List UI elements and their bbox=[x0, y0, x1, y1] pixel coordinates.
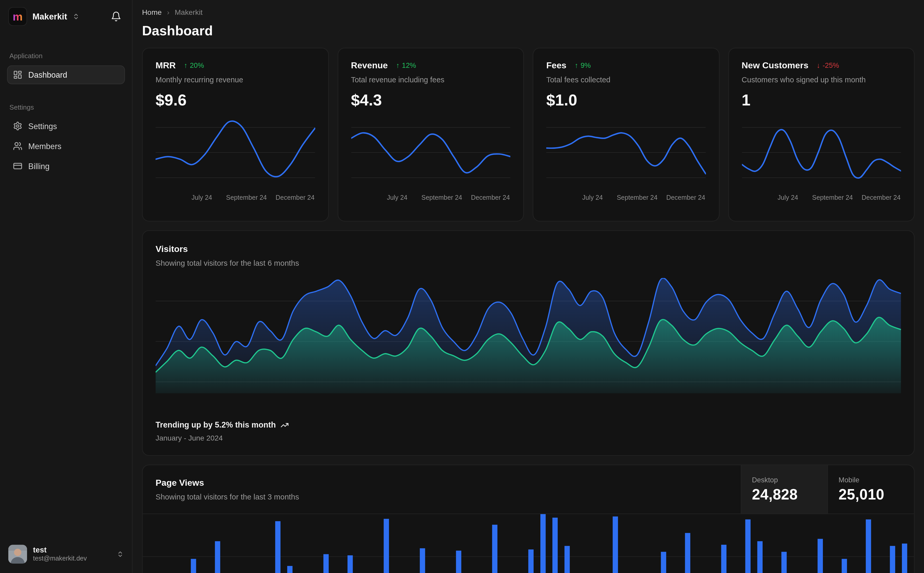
page-views-header: Page Views Showing total visitors for th… bbox=[143, 465, 914, 514]
users-icon bbox=[13, 141, 22, 151]
stat-description: Customers who signed up this month bbox=[742, 75, 901, 84]
main-content: Home › Makerkit Dashboard MRR ↑20% Month… bbox=[133, 0, 924, 573]
desktop-toggle[interactable]: Desktop 24,828 bbox=[741, 465, 827, 514]
sidebar: m Makerkit Application Dashboard Setting… bbox=[0, 0, 133, 573]
arrow-up-icon: ↑ bbox=[575, 61, 578, 69]
sidebar-item-members[interactable]: Members bbox=[7, 137, 125, 156]
sidebar-item-label: Billing bbox=[28, 161, 50, 171]
sidebar-item-label: Dashboard bbox=[28, 70, 67, 79]
mobile-value: 25,010 bbox=[838, 486, 903, 503]
user-email: test@makerkit.dev bbox=[33, 555, 87, 563]
desktop-value: 24,828 bbox=[752, 486, 817, 503]
dashboard-grid-icon bbox=[13, 70, 22, 80]
x-axis-ticks: July 24 September 24 December 24 bbox=[351, 194, 510, 203]
trend-badge: ↑12% bbox=[396, 61, 416, 69]
stat-description: Monthly recurring revenue bbox=[156, 75, 315, 84]
stat-card-fees: Fees ↑9% Total fees collected $1.0 July … bbox=[533, 48, 720, 222]
chevrons-up-down-icon bbox=[117, 551, 124, 558]
breadcrumb: Home › Makerkit bbox=[142, 8, 915, 17]
stat-card-revenue: Revenue ↑12% Total revenue including fee… bbox=[337, 48, 524, 222]
stat-title: Fees bbox=[546, 60, 566, 70]
chevrons-up-down-icon[interactable] bbox=[72, 13, 80, 20]
mrr-sparkline-chart: July 24 September 24 December 24 bbox=[156, 115, 315, 203]
page-views-title: Page Views bbox=[156, 478, 728, 488]
stat-title: New Customers bbox=[742, 60, 808, 70]
visitors-footer: Trending up by 5.2% this month January -… bbox=[156, 421, 901, 442]
sidebar-header: m Makerkit bbox=[7, 6, 125, 26]
page-views-card: Page Views Showing total visitors for th… bbox=[142, 465, 915, 573]
desktop-label: Desktop bbox=[752, 476, 817, 484]
workspace-name[interactable]: Makerkit bbox=[33, 12, 67, 21]
breadcrumb-separator-icon: › bbox=[167, 8, 169, 17]
x-axis-ticks: July 24 September 24 December 24 bbox=[546, 194, 706, 203]
sidebar-item-dashboard[interactable]: Dashboard bbox=[7, 66, 125, 85]
x-axis-ticks: July 24 September 24 December 24 bbox=[742, 194, 901, 203]
visitors-card: Visitors Showing total visitors for the … bbox=[142, 230, 915, 456]
trending-up-icon bbox=[281, 421, 289, 429]
stat-value: $4.3 bbox=[351, 91, 510, 110]
visitors-area-chart bbox=[156, 278, 901, 393]
trend-badge: ↓-25% bbox=[817, 61, 839, 69]
stat-value: 1 bbox=[742, 91, 901, 110]
stat-card-mrr: MRR ↑20% Monthly recurring revenue $9.6 … bbox=[142, 48, 328, 222]
trend-badge: ↑9% bbox=[575, 61, 591, 69]
fees-sparkline-chart: July 24 September 24 December 24 bbox=[546, 115, 706, 203]
arrow-up-icon: ↑ bbox=[396, 61, 400, 69]
new-customers-sparkline-chart: July 24 September 24 December 24 bbox=[742, 115, 901, 203]
stat-value: $1.0 bbox=[546, 91, 706, 110]
sidebar-item-label: Members bbox=[28, 142, 61, 150]
visitors-title: Visitors bbox=[156, 244, 901, 254]
breadcrumb-current: Makerkit bbox=[175, 8, 202, 17]
sidebar-item-label: Settings bbox=[28, 122, 57, 130]
notifications-bell-icon[interactable] bbox=[108, 9, 124, 24]
stat-title: Revenue bbox=[351, 60, 388, 70]
logo-letter: m bbox=[13, 11, 23, 22]
makerkit-logo[interactable]: m bbox=[8, 7, 27, 26]
stat-title: MRR bbox=[156, 60, 176, 70]
page-views-subtitle: Showing total visitors for the last 3 mo… bbox=[156, 492, 728, 501]
makerkit-dashboard-app: m Makerkit Application Dashboard Setting… bbox=[0, 0, 924, 573]
stat-description: Total fees collected bbox=[546, 75, 706, 84]
stat-card-new-customers: New Customers ↓-25% Customers who signed… bbox=[728, 48, 915, 222]
mobile-toggle[interactable]: Mobile 25,010 bbox=[827, 465, 914, 514]
visitors-date-range: January - June 2024 bbox=[156, 434, 901, 442]
mobile-label: Mobile bbox=[838, 476, 903, 484]
stat-value: $9.6 bbox=[156, 91, 315, 110]
arrow-down-icon: ↓ bbox=[817, 61, 820, 69]
revenue-sparkline-chart: July 24 September 24 December 24 bbox=[351, 115, 510, 203]
user-name: test bbox=[33, 545, 87, 555]
sidebar-item-billing[interactable]: Billing bbox=[7, 157, 125, 175]
page-views-bar-chart bbox=[143, 514, 914, 573]
arrow-up-icon: ↑ bbox=[184, 61, 188, 69]
visitors-trend-text: Trending up by 5.2% this month bbox=[156, 421, 276, 429]
sidebar-item-settings[interactable]: Settings bbox=[7, 117, 125, 136]
stat-cards-row: MRR ↑20% Monthly recurring revenue $9.6 … bbox=[142, 48, 915, 222]
stat-description: Total revenue including fees bbox=[351, 75, 510, 84]
sidebar-section-settings: Settings bbox=[9, 103, 122, 111]
visitors-subtitle: Showing total visitors for the last 6 mo… bbox=[156, 258, 901, 267]
trend-badge: ↑20% bbox=[184, 61, 204, 69]
breadcrumb-home-link[interactable]: Home bbox=[142, 8, 162, 17]
sidebar-section-application: Application bbox=[9, 52, 122, 59]
gear-icon bbox=[13, 121, 22, 131]
credit-card-icon bbox=[13, 161, 22, 171]
user-avatar bbox=[8, 545, 27, 564]
user-meta: test test@makerkit.dev bbox=[33, 545, 87, 563]
page-title: Dashboard bbox=[142, 23, 915, 39]
user-account-menu[interactable]: test test@makerkit.dev bbox=[7, 542, 125, 566]
x-axis-ticks: July 24 September 24 December 24 bbox=[156, 194, 315, 203]
